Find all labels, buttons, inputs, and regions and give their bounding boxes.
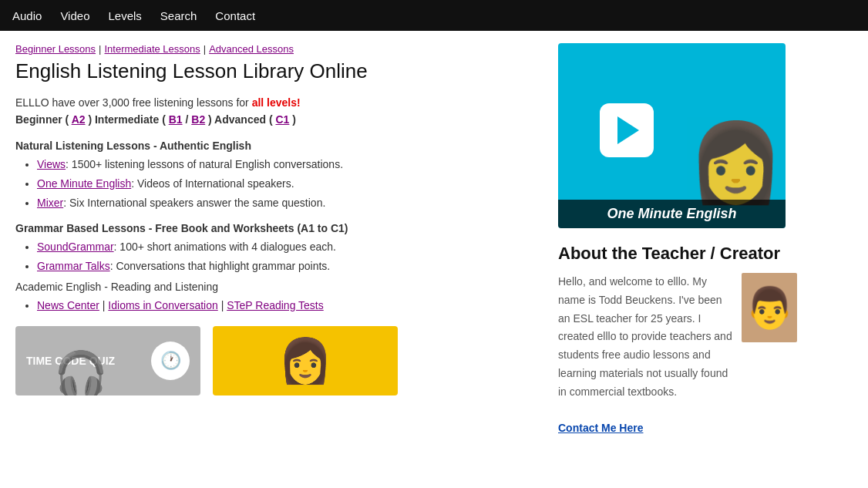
intro-block: ELLLO have over 3,000 free listening les…: [15, 94, 540, 129]
left-column: Beginner Lessons | Intermediate Lessons …: [15, 43, 540, 438]
grammar-section-heading: Grammar Based Lessons - Free Book and Wo…: [15, 222, 540, 234]
paren-close2: ): [208, 113, 214, 126]
contact-link[interactable]: Contact Me Here: [558, 422, 643, 434]
academic-list-item: News Center | Idioms in Conversation | S…: [37, 298, 540, 314]
about-text: Hello, and welcome to elllo. My name is …: [558, 273, 732, 438]
video-caption: One Minute English: [558, 200, 786, 228]
nav-audio[interactable]: Audio: [12, 9, 42, 22]
woman-silhouette-icon: 👩: [688, 123, 784, 200]
about-body-text: Hello, and welcome to elllo. My name is …: [558, 275, 732, 398]
paren-close1: ): [88, 113, 95, 126]
girl-bg: 👩: [213, 326, 398, 395]
paren-open1: (: [66, 113, 72, 126]
play-triangle-icon: [617, 116, 639, 144]
link-news-center[interactable]: News Center: [37, 299, 99, 311]
main-layout: Beginner Lessons | Intermediate Lessons …: [0, 31, 868, 450]
academic-heading: Academic English - Reading and Listening: [15, 281, 540, 293]
breadcrumb-advanced[interactable]: Advanced Lessons: [209, 43, 294, 55]
paren-open2: (: [162, 113, 169, 126]
nav-video[interactable]: Video: [60, 9, 89, 22]
views-desc: : 1500+ listening lessons of natural Eng…: [66, 158, 343, 170]
intermediate-label: Intermediate: [95, 113, 159, 126]
list-item-ome: One Minute English: Videos of Internatio…: [37, 176, 540, 192]
link-mixer[interactable]: Mixer: [37, 197, 63, 209]
list-item-mixer: Mixer: Six International speakers answer…: [37, 195, 540, 211]
video-play-button[interactable]: [600, 103, 654, 157]
link-b2[interactable]: B2: [191, 113, 205, 126]
mixer-desc: : Six International speakers answer the …: [63, 197, 325, 209]
breadcrumb-sep1: |: [99, 43, 101, 55]
link-b1[interactable]: B1: [169, 113, 183, 126]
beginner-label: Beginner: [15, 113, 62, 126]
natural-lessons-list: Views: 1500+ listening lessons of natura…: [15, 156, 540, 211]
link-step[interactable]: STeP Reading Tests: [227, 299, 324, 311]
headphone-girl-icon: 👩: [278, 335, 332, 386]
intro-highlight: all levels!: [252, 96, 301, 109]
navigation: Audio Video Levels Search Contact: [0, 0, 868, 31]
nav-levels[interactable]: Levels: [108, 9, 141, 22]
grammar-lessons-list: SoundGrammar: 100+ short animations with…: [15, 239, 540, 274]
link-idioms[interactable]: Idioms in Conversation: [108, 299, 217, 311]
link-a2[interactable]: A2: [72, 113, 86, 126]
breadcrumb: Beginner Lessons | Intermediate Lessons …: [15, 43, 540, 55]
breadcrumb-beginner[interactable]: Beginner Lessons: [15, 43, 96, 55]
link-views[interactable]: Views: [37, 158, 66, 170]
sg-desc: : 100+ short animations with 4 dialogues…: [114, 241, 336, 253]
nav-contact[interactable]: Contact: [215, 9, 255, 22]
teacher-woman-figure: 👩: [685, 62, 786, 200]
thumbnail-row: TIME CODE QUIZ 🕐 🎧 👩: [15, 326, 540, 395]
gt-desc: : Conversations that highlight grammar p…: [110, 260, 331, 272]
quiz-thumbnail[interactable]: TIME CODE QUIZ 🕐 🎧: [15, 326, 200, 395]
link-ome[interactable]: One Minute English: [37, 177, 131, 190]
link-c1[interactable]: C1: [275, 113, 289, 126]
girl-thumbnail[interactable]: 👩: [213, 326, 398, 395]
about-section: About the Teacher / Creator Hello, and w…: [558, 244, 797, 438]
link-grammar-talks[interactable]: Grammar Talks: [37, 260, 110, 272]
link-soundgrammar[interactable]: SoundGrammar: [37, 241, 114, 253]
list-item-soundgrammar: SoundGrammar: 100+ short animations with…: [37, 239, 540, 255]
teacher-face-icon: 👨: [745, 284, 795, 332]
list-item-grammar-talks: Grammar Talks: Conversations that highli…: [37, 258, 540, 274]
nav-search[interactable]: Search: [160, 9, 197, 22]
quiz-character: 🎧: [54, 352, 108, 395]
breadcrumb-intermediate[interactable]: Intermediate Lessons: [104, 43, 200, 55]
about-title: About the Teacher / Creator: [558, 244, 797, 264]
right-column: 👩 One Minute English About the Teacher /…: [558, 43, 797, 438]
about-content: Hello, and welcome to elllo. My name is …: [558, 273, 797, 438]
clock-icon: 🕐: [151, 342, 190, 380]
teacher-photo: 👨: [742, 273, 797, 342]
list-item-views: Views: 1500+ listening lessons of natura…: [37, 156, 540, 173]
page-title: English Listening Lesson Library Online: [15, 59, 540, 83]
advanced-label: Advanced: [214, 113, 266, 126]
natural-section-heading: Natural Listening Lessons - Authentic En…: [15, 140, 540, 152]
academic-links-list: News Center | Idioms in Conversation | S…: [15, 298, 540, 314]
ome-desc: : Videos of International speakers.: [131, 177, 294, 190]
breadcrumb-sep2: |: [204, 43, 206, 55]
paren-close3: ): [292, 113, 296, 126]
intro-line1: ELLLO have over 3,000 free listening les…: [15, 96, 252, 109]
video-card[interactable]: 👩 One Minute English: [558, 43, 786, 228]
